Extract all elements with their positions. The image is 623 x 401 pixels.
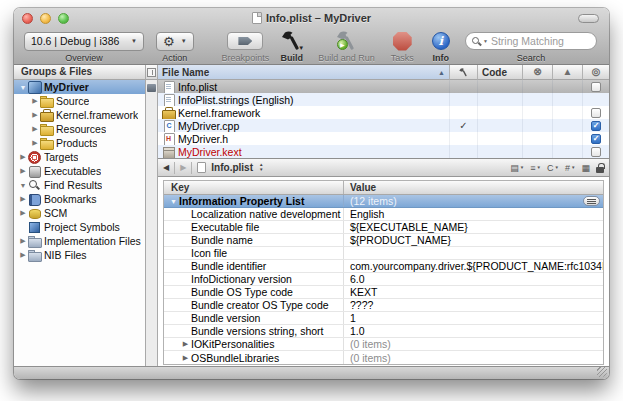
disclosure-closed-icon[interactable]: ▶ [30, 97, 40, 105]
info-button[interactable]: i [432, 32, 450, 50]
sidebar-item-label: MyDriver [44, 81, 89, 93]
target-checkbox[interactable] [591, 134, 601, 144]
plist-row-executable-file[interactable]: Executable file${EXECUTABLE_NAME} [164, 221, 603, 234]
disclosure-closed-icon[interactable]: ▶ [18, 209, 28, 217]
doc-icon [162, 81, 175, 93]
plist-row-bundle-versions-string-short[interactable]: Bundle versions string, short1.0 [164, 325, 603, 338]
detail-view-icon[interactable] [147, 84, 156, 92]
target-checkbox[interactable] [591, 121, 601, 131]
disclosure-closed-icon[interactable]: ▶ [18, 167, 28, 175]
plist-table: Key Value ▼Information Property List(12 … [163, 180, 604, 365]
plist-rows: ▼Information Property List(12 items)Loca… [164, 195, 603, 364]
sidebar-item-implementation-files[interactable]: ▶Implementation Files [14, 234, 145, 248]
plist-row-iokitpersonalities[interactable]: ▶IOKitPersonalities(0 items) [164, 338, 603, 351]
breakpoints-button[interactable] [227, 32, 263, 50]
file-row-mydriver-cpp[interactable]: MyDriver.cpp✓ [158, 119, 609, 132]
close-button[interactable] [22, 13, 33, 24]
sidebar-item-scm[interactable]: ▶SCM [14, 206, 145, 220]
disclosure-closed-icon[interactable]: ▶ [18, 153, 28, 161]
file-name-column-header[interactable]: File Name ▲ [158, 65, 450, 80]
plist-row-bundle-name[interactable]: Bundle name${PRODUCT_NAME} [164, 234, 603, 247]
file-row-mydriver-h[interactable]: MyDriver.h [158, 132, 609, 145]
disclosure-closed-icon[interactable]: ▶ [18, 237, 28, 245]
search-input[interactable] [491, 35, 590, 47]
tasks-button[interactable] [393, 32, 412, 51]
bookmarks-menu-button[interactable]: ▤▼ [510, 163, 524, 173]
plist-row-icon-file[interactable]: Icon file [164, 247, 603, 260]
plist-row-osbundlelibraries[interactable]: ▶OSBundleLibraries(0 items) [164, 351, 603, 364]
search-field[interactable]: ▼ [465, 32, 597, 50]
sidebar-item-products[interactable]: ▶Products [14, 136, 145, 150]
build-and-run-button[interactable]: ▶ [334, 30, 359, 52]
file-icon [197, 162, 206, 173]
plist-row-bundle-identifier[interactable]: Bundle identifiercom.yourcompany.driver.… [164, 260, 603, 273]
file-name-cell: InfoPlist.strings (English) [158, 93, 450, 106]
lock-icon[interactable] [596, 163, 604, 173]
disclosure-open-icon[interactable]: ▼ [18, 182, 28, 189]
target-checkbox[interactable] [591, 108, 601, 118]
title-bar[interactable]: Info.plist – MyDriver [14, 8, 609, 28]
sidebar-item-nib-files[interactable]: ▶NIB Files [14, 248, 145, 262]
disclosure-closed-icon[interactable]: ▶ [30, 125, 40, 133]
sidebar-item-targets[interactable]: ▶Targets [14, 150, 145, 164]
action-button[interactable]: ⚙ ▼ [156, 32, 194, 51]
built-cell [450, 80, 478, 93]
disclosure-closed-icon[interactable]: ▶ [180, 340, 191, 348]
target-column-header[interactable]: ◎ [583, 65, 609, 80]
overview-popup[interactable]: 10.6 | Debug | i386 ▼ [24, 32, 144, 51]
sidebar-item-kernel-framework[interactable]: ▶Kernel.framework [14, 108, 145, 122]
disclosure-open-icon[interactable]: ▼ [18, 84, 28, 91]
plist-row-information-property-list[interactable]: ▼Information Property List(12 items) [164, 195, 603, 208]
plist-value-cell: ${EXECUTABLE_NAME} [344, 221, 603, 233]
class-hierarchy-menu-button[interactable]: C▼ [547, 163, 559, 173]
plist-row-infodictionary-version[interactable]: InfoDictionary version6.0 [164, 273, 603, 286]
errors-column-header[interactable]: ⊗ [523, 65, 553, 80]
minimize-button[interactable] [40, 13, 51, 24]
sidebar-item-resources[interactable]: ▶Resources [14, 122, 145, 136]
sidebar-item-mydriver[interactable]: ▼MyDriver [14, 80, 145, 94]
included-files-button[interactable]: ▦ [581, 163, 590, 173]
code-column-header[interactable]: Code [478, 65, 523, 80]
warnings-column-header[interactable]: ▲ [553, 65, 583, 80]
row-menu-button[interactable] [583, 196, 600, 206]
errors-cell [523, 106, 553, 119]
counterpart-menu-button[interactable]: #▼ [565, 163, 575, 173]
file-row-infoplist-strings-english[interactable]: InfoPlist.strings (English) [158, 93, 609, 106]
breakpoints-menu-button[interactable]: ≡▼ [530, 163, 541, 173]
zoom-button[interactable] [58, 13, 69, 24]
disclosure-closed-icon[interactable]: ▶ [30, 111, 40, 119]
sidebar-item-find-results[interactable]: ▼Find Results [14, 178, 145, 192]
splitter-strip[interactable] [145, 65, 158, 366]
sidebar-item-executables[interactable]: ▶Executables [14, 164, 145, 178]
build-button[interactable]: ▼ [279, 30, 304, 52]
value-column-header[interactable]: Value [344, 181, 603, 194]
disclosure-closed-icon[interactable]: ▶ [18, 251, 28, 259]
sidebar-item-source[interactable]: ▶Source [14, 94, 145, 108]
file-row-kernel-framework[interactable]: Kernel.framework [158, 106, 609, 119]
back-button[interactable]: ◀ [163, 163, 169, 172]
forward-button[interactable]: ▶ [180, 163, 186, 172]
plist-row-bundle-os-type-code[interactable]: Bundle OS Type codeKEXT [164, 286, 603, 299]
sidebar-item-bookmarks[interactable]: ▶Bookmarks [14, 192, 145, 206]
built-column-header[interactable] [450, 65, 478, 80]
plist-value-label: (0 items) [350, 352, 391, 364]
key-column-header[interactable]: Key [164, 181, 344, 194]
sidebar-item-project-symbols[interactable]: Project Symbols [14, 220, 145, 234]
file-row-info-plist[interactable]: Info.plist [158, 80, 609, 93]
disclosure-closed-icon[interactable]: ▶ [180, 354, 191, 362]
target-checkbox[interactable] [591, 82, 601, 92]
target-checkbox[interactable] [591, 147, 601, 157]
disclosure-open-icon[interactable]: ▼ [168, 198, 179, 205]
resize-grip[interactable] [597, 367, 607, 377]
plist-row-bundle-version[interactable]: Bundle version1 [164, 312, 603, 325]
plist-key-cell: ▼Information Property List [164, 195, 344, 207]
disclosure-closed-icon[interactable]: ▶ [30, 139, 40, 147]
plist-row-bundle-creator-os-type-code[interactable]: Bundle creator OS Type code???? [164, 299, 603, 312]
split-view-icon[interactable] [147, 68, 156, 77]
toolbar-toggle-button[interactable] [578, 14, 599, 23]
disclosure-closed-icon[interactable]: ▶ [18, 195, 28, 203]
breadcrumb-file-popup[interactable]: Info.plist [211, 162, 253, 173]
file-row-mydriver-kext[interactable]: MyDriver.kext [158, 145, 609, 158]
plist-row-localization-native-development-re[interactable]: Localization native development reEnglis… [164, 208, 603, 221]
file-table-header: File Name ▲ Code ⊗ [158, 65, 609, 80]
